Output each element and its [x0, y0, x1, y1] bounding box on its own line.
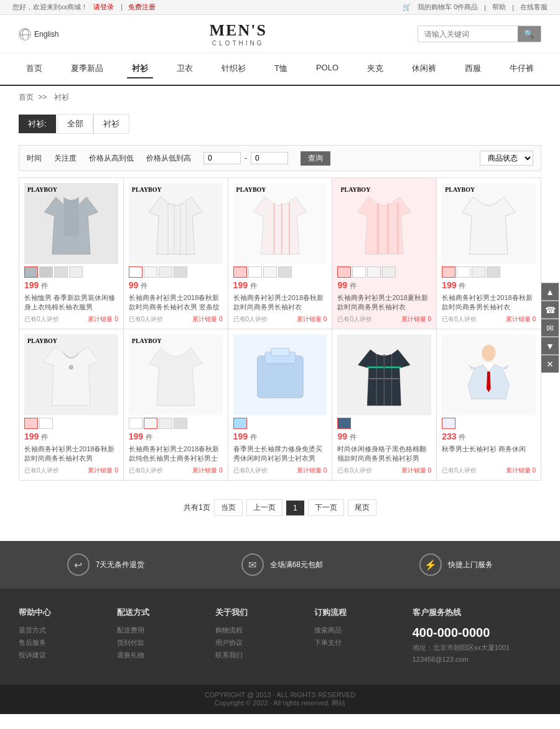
footer-link-pay[interactable]: 下单支付	[314, 638, 400, 647]
swatch[interactable]	[39, 266, 53, 278]
cat-tab-shirts[interactable]: 衬衫	[93, 114, 129, 134]
pagination: 共有1页 当页 上一页 1 下一页 尾页	[0, 487, 560, 529]
swatch[interactable]	[337, 266, 351, 278]
product-name-2: 长袖商务衬衫男士2018春秋新款时尚商务长袖衬衣男 竖条纹	[129, 293, 223, 313]
favorites-link[interactable]: 帮助	[492, 2, 506, 12]
footer-link-cod[interactable]: 货到付款	[117, 638, 203, 647]
current-page-btn[interactable]: 当页	[214, 499, 243, 516]
cat-tab-all[interactable]: 全部	[57, 114, 93, 134]
nav-pants[interactable]: 休闲裤	[407, 60, 441, 78]
float-btn-mail[interactable]: ✉	[541, 319, 559, 336]
next-page-btn[interactable]: 下一页	[308, 499, 344, 516]
product-card-3[interactable]: PLAYBOY 199 件 长袖商务衬衫男士2018春秋新款时尚商务男长袖衬衣 …	[228, 178, 332, 329]
nav-tshirt[interactable]: T恤	[269, 60, 292, 78]
sort-price-high[interactable]: 价格从高到低	[89, 153, 134, 164]
swatch[interactable]	[233, 266, 247, 278]
swatch[interactable]	[129, 418, 142, 429]
product-card-6[interactable]: PLAYBOY 199 件 长袖商务衬衫男士2018春秋新款时尚商务长袖衬衣男 …	[19, 329, 123, 480]
product-card-7[interactable]: PLAYBOY 199 件 长袖商务衬衫男士2018春秋新款纯色长袖男士商务衬衫…	[124, 329, 228, 480]
swatch[interactable]	[263, 266, 277, 278]
product-card-9[interactable]: 99 件 时尚休闲修身格子黑色格棉翻领款时尚商务男长袖衬衫男 已有0人评价 累计…	[332, 329, 436, 480]
product-card-2[interactable]: PLAYBOY 99 件 长袖商务衬衫男士2018春秋新款时尚商务长袖衬衣男 竖…	[124, 178, 228, 329]
swatch[interactable]	[159, 266, 172, 278]
footer-link-delivery-fee[interactable]: 配送费用	[117, 626, 203, 635]
float-btn-phone[interactable]: ☎	[541, 301, 559, 318]
float-btn-up[interactable]: ▲	[541, 283, 559, 300]
swatch[interactable]	[24, 418, 38, 429]
footer-link-contact[interactable]: 联系我们	[215, 651, 301, 660]
login-link[interactable]: 请登录	[93, 3, 114, 11]
swatch[interactable]	[472, 266, 485, 278]
cart-link[interactable]: 我的购物车 0件商品	[418, 2, 478, 12]
footer-link-exchange[interactable]: 退换礼物	[117, 651, 203, 660]
price-max-input[interactable]	[251, 152, 288, 164]
swatch[interactable]	[487, 266, 500, 278]
swatch[interactable]	[24, 266, 38, 278]
nav-hoodie[interactable]: 卫衣	[172, 60, 198, 78]
swatch[interactable]	[337, 418, 351, 429]
swatch[interactable]	[442, 266, 455, 278]
footer-link-search-product[interactable]: 搜索商品	[314, 626, 400, 635]
swatch[interactable]	[174, 266, 187, 278]
footer-link-return-method[interactable]: 退货方式	[19, 626, 105, 635]
nav-suit[interactable]: 西服	[460, 60, 486, 78]
swatch[interactable]	[69, 266, 83, 278]
swatch[interactable]	[382, 266, 396, 278]
last-page-btn[interactable]: 尾页	[348, 499, 376, 516]
nav-polo[interactable]: POLO	[311, 60, 343, 78]
product-stats-1: 已有0人评价 累计销量 0	[24, 315, 118, 324]
float-btn-close[interactable]: ✕	[541, 355, 559, 372]
product-image-4: PLAYBOY	[337, 183, 431, 264]
product-image-5: PLAYBOY	[442, 183, 536, 264]
swatch[interactable]	[367, 266, 381, 278]
swatch[interactable]	[233, 418, 247, 429]
nav-summer[interactable]: 夏季新品	[66, 60, 108, 78]
nav-jeans[interactable]: 牛仔裤	[505, 60, 539, 78]
swatch[interactable]	[352, 266, 366, 278]
swatch[interactable]	[457, 266, 470, 278]
swatch[interactable]	[54, 266, 68, 278]
swatch[interactable]	[144, 266, 157, 278]
swatch[interactable]	[129, 266, 142, 278]
prev-page-btn[interactable]: 上一页	[246, 499, 282, 516]
svg-rect-16	[271, 348, 289, 355]
swatch[interactable]	[174, 418, 187, 429]
query-button[interactable]: 查询	[301, 151, 330, 166]
footer-link-terms[interactable]: 用户协议	[215, 638, 301, 647]
nav-knitwear[interactable]: 针织衫	[217, 60, 251, 78]
service-link[interactable]: 在线客服	[520, 2, 548, 12]
footer-link-aftersale[interactable]: 售后服务	[19, 638, 105, 647]
footer-link-shopping[interactable]: 购物流程	[215, 626, 301, 635]
product-card-8[interactable]: 199 件 春季男士长袖撑力修身免烫买秀休闲时尚衬衫男士衬衣男 已有0人评价 累…	[228, 329, 332, 480]
breadcrumb-home[interactable]: 首页	[19, 93, 34, 101]
product-stats-3: 已有0人评价 累计销量 0	[233, 315, 327, 324]
nav-home[interactable]: 首页	[21, 60, 47, 78]
search-box[interactable]: 🔍	[418, 26, 541, 42]
footer: 帮助中心 退货方式 售后服务 投诉建议 配送方式 配送费用 货到付款 退换礼物 …	[0, 588, 560, 685]
product-card-1[interactable]: PLAYBOY 199 件 长袖恤男 春季新款男装休闲修身上衣纯棉长袖衣服男 已…	[19, 178, 123, 329]
register-link[interactable]: 免费注册	[128, 3, 156, 11]
swatch[interactable]	[278, 266, 292, 278]
swatch[interactable]	[159, 418, 172, 429]
product-card-5[interactable]: PLAYBOY 199 件 长袖商务衬衫男士2018春秋新款时尚商务男长袖衬衣 …	[437, 178, 541, 329]
search-input[interactable]	[418, 27, 518, 42]
nav-jacket[interactable]: 夹克	[362, 60, 388, 78]
swatch[interactable]	[442, 418, 455, 429]
swatch[interactable]	[144, 418, 157, 429]
price-min-input[interactable]	[203, 152, 241, 164]
status-select[interactable]: 商品状态 在售 下架	[480, 151, 533, 166]
service-email: 123456@123.com	[413, 656, 541, 663]
product-card-4[interactable]: PLAYBOY 99 件 长袖商务衬衫男士2018夏秋新款时尚商务男长袖衬衣 已…	[332, 178, 436, 329]
sort-time[interactable]: 时间	[27, 153, 42, 164]
page-1-btn[interactable]: 1	[286, 501, 304, 515]
sort-price-low[interactable]: 价格从低到高	[146, 153, 191, 164]
float-btn-down[interactable]: ▼	[541, 337, 559, 354]
nav-shirts[interactable]: 衬衫	[127, 60, 153, 78]
search-button[interactable]: 🔍	[518, 26, 541, 42]
language-selector[interactable]: English	[19, 28, 58, 40]
product-card-10[interactable]: 233 件 秋季男士长袖衬衫 商务休闲 已有0人评价 累计销量 0	[437, 329, 541, 480]
swatch[interactable]	[248, 266, 262, 278]
sort-attention[interactable]: 关注度	[54, 153, 77, 164]
footer-link-complaint[interactable]: 投诉建议	[19, 651, 105, 660]
swatch[interactable]	[39, 418, 53, 429]
